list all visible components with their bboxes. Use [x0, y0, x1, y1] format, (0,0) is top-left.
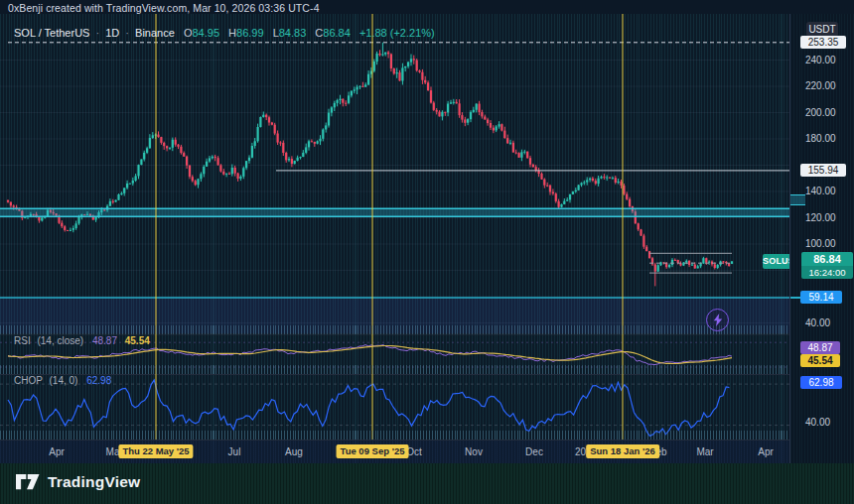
- attribution-text: 0xBenji created with TradingView.com, Ma…: [8, 2, 320, 14]
- candle-body: [563, 201, 565, 204]
- candle-body: [356, 87, 358, 90]
- candle-body: [206, 162, 208, 167]
- candle-body: [342, 99, 344, 103]
- low-value: 84.83: [279, 27, 307, 39]
- candle-body: [555, 193, 557, 201]
- candle-body: [586, 180, 588, 182]
- candle-body: [714, 264, 716, 268]
- candle-body: [222, 172, 224, 175]
- candle-body: [688, 261, 690, 265]
- candle-body: [234, 168, 236, 174]
- candle-body: [674, 260, 676, 261]
- candle-body: [580, 183, 582, 185]
- candle-body: [259, 117, 261, 127]
- candle-body: [299, 157, 301, 158]
- candle-body: [620, 182, 622, 186]
- candle-body: [532, 165, 534, 167]
- candle-body: [314, 142, 316, 144]
- time-axis-month: Oct: [406, 446, 422, 457]
- support-band-fill[interactable]: [0, 208, 789, 216]
- time-axis[interactable]: AprMayJulAugOctNovDec2026FebMarAprThu 22…: [0, 440, 789, 464]
- candle-body: [404, 66, 406, 67]
- legend-separator: ·: [96, 27, 100, 39]
- candle-body: [546, 186, 548, 187]
- candle-body: [345, 103, 347, 104]
- event-date-label: Sun 18 Jan '26: [586, 444, 659, 458]
- tradingview-chart-screenshot: 0xBenji created with TradingView.com, Ma…: [0, 0, 854, 504]
- candle-body: [393, 68, 395, 73]
- candle-body: [376, 54, 378, 62]
- candle-body: [424, 80, 426, 83]
- candle-body: [361, 86, 363, 87]
- candle-body: [311, 141, 313, 142]
- candle-body: [700, 264, 702, 267]
- rsi-legend[interactable]: RSI (14, close) 48.87 45.54: [14, 335, 150, 346]
- candle-body: [325, 125, 327, 129]
- candle-body: [209, 158, 211, 161]
- candle-body: [70, 230, 71, 231]
- candle-body: [175, 140, 177, 145]
- legend-separator: ·: [125, 27, 129, 39]
- ath-price-label: 253.35: [800, 36, 846, 49]
- chart-canvas[interactable]: SOL / TetherUS · 1D · Binance O84.95 H86…: [0, 14, 789, 440]
- chop-line: [8, 380, 729, 437]
- candle-body: [430, 90, 432, 102]
- chop-value: 62.98: [86, 375, 111, 386]
- candle-body: [484, 117, 486, 120]
- candle-body: [558, 201, 560, 207]
- candle-body: [697, 266, 699, 268]
- candle-body: [503, 131, 505, 139]
- candle-body: [339, 99, 341, 100]
- change-value: +1.88 (+2.21%): [359, 27, 435, 39]
- candle-body: [648, 251, 650, 258]
- candle-body: [41, 217, 43, 220]
- candle-body: [308, 141, 310, 147]
- candle-body: [549, 186, 551, 192]
- candle-body: [217, 158, 219, 165]
- candle-body: [282, 143, 284, 153]
- candle-body: [638, 223, 640, 229]
- currency-unit-button[interactable]: USDT: [806, 22, 838, 37]
- close-value: 86.84: [323, 27, 351, 39]
- candle-body: [64, 226, 66, 230]
- candle-body: [140, 160, 142, 166]
- candle-body: [351, 91, 353, 96]
- candle-body: [615, 178, 617, 183]
- candle-body: [38, 217, 40, 221]
- candle-body: [506, 138, 508, 143]
- candle-body: [129, 184, 131, 185]
- candle-body: [166, 146, 168, 148]
- candle-body: [228, 174, 230, 175]
- rsi-line: [8, 345, 732, 365]
- rsi-value: 48.87: [92, 335, 117, 346]
- candle-body: [348, 95, 350, 103]
- candle-body: [523, 152, 525, 153]
- candle-body: [441, 112, 443, 117]
- candle-body: [61, 223, 63, 227]
- candle-body: [77, 217, 79, 224]
- candle-body: [265, 115, 267, 118]
- candle-body: [322, 130, 324, 139]
- candle-body: [427, 82, 429, 90]
- candle-body: [169, 148, 171, 149]
- support-price-label: 59.14: [800, 291, 842, 304]
- candle-body: [529, 158, 531, 165]
- symbol-legend[interactable]: SOL / TetherUS · 1D · Binance O84.95 H86…: [14, 27, 435, 39]
- chop-legend[interactable]: CHOP (14, 0) 62.98: [14, 375, 111, 386]
- tradingview-logo[interactable]: TradingView: [16, 473, 140, 491]
- candle-body: [120, 193, 122, 194]
- candle-body: [618, 182, 620, 183]
- candle-body: [378, 54, 380, 55]
- candle-body: [192, 177, 194, 181]
- candle-body: [358, 86, 360, 87]
- price-axis[interactable]: USDT 253.35 155.94 86.84 16:24:00 59.14 …: [789, 14, 854, 463]
- candle-body: [271, 123, 273, 125]
- price-axis-tick: 100.00: [805, 239, 836, 249]
- candle-body: [288, 159, 290, 160]
- candle-body: [691, 265, 693, 266]
- candle-body: [413, 59, 415, 60]
- candle-body: [354, 89, 356, 90]
- candle-body: [328, 113, 330, 126]
- quick-trade-button[interactable]: [706, 309, 729, 331]
- candle-body: [623, 186, 625, 194]
